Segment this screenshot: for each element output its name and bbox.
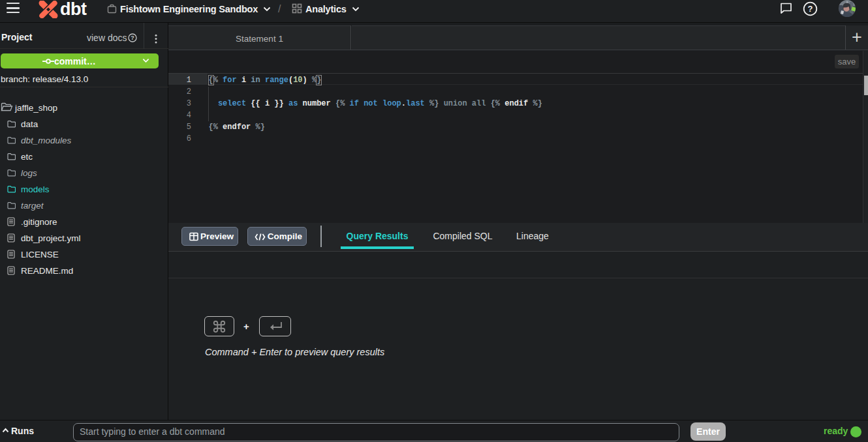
svg-text:?: ? bbox=[131, 35, 134, 41]
svg-text:?: ? bbox=[808, 4, 813, 14]
